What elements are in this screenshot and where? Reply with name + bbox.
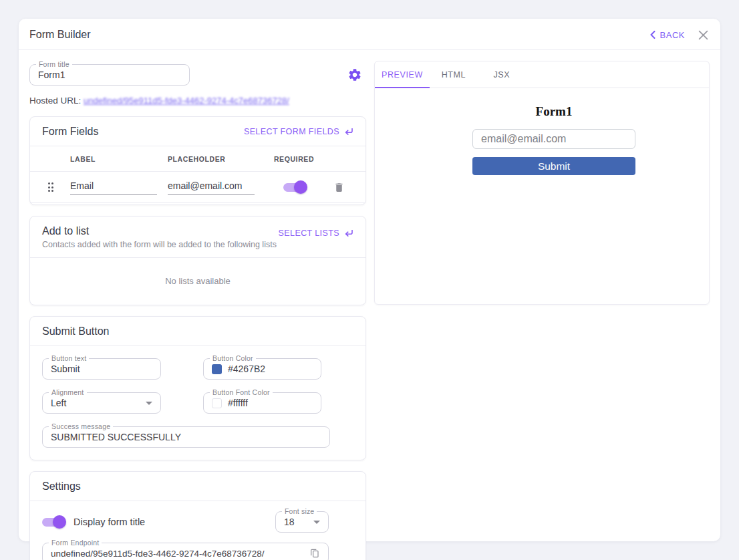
form-endpoint-field: Form Endpoint [42, 543, 329, 560]
gear-icon[interactable] [347, 67, 362, 82]
display-form-title-toggle[interactable] [42, 518, 63, 527]
tab-preview[interactable]: PREVIEW [375, 61, 430, 88]
form-fields-title: Form Fields [42, 126, 98, 138]
button-font-color-field[interactable]: Button Font Color #ffffff [203, 392, 321, 414]
close-icon[interactable] [698, 30, 708, 40]
back-button[interactable]: BACK [649, 30, 685, 40]
copy-icon[interactable] [309, 548, 320, 559]
preview-tabs: PREVIEW HTML JSX [375, 61, 709, 88]
button-color-value: #4267B2 [228, 364, 265, 374]
button-font-color-swatch [212, 398, 222, 408]
return-arrow-icon [344, 229, 353, 237]
chevron-left-icon [649, 31, 655, 39]
form-title-input[interactable] [38, 69, 181, 80]
add-to-list-title: Add to list [42, 225, 277, 237]
form-endpoint-input[interactable] [51, 549, 309, 559]
preview-submit-button[interactable]: Submit [472, 157, 635, 175]
settings-title: Settings [42, 480, 81, 493]
trash-icon[interactable] [333, 182, 353, 193]
field-label-input[interactable] [70, 179, 157, 195]
column-header-required: REQUIRED [265, 155, 323, 163]
success-message-label: Success message [49, 422, 113, 430]
form-title-field: Form title [29, 64, 190, 86]
preview-panel: PREVIEW HTML JSX Form1 Submit [374, 61, 710, 305]
button-text-label: Button text [49, 354, 89, 362]
success-message-input[interactable] [51, 432, 321, 442]
alignment-label: Alignment [49, 388, 87, 396]
divider [30, 202, 365, 204]
required-toggle[interactable] [283, 183, 305, 192]
select-form-fields-label: SELECT FORM FIELDS [244, 127, 339, 136]
column-header-placeholder: PLACEHOLDER [168, 155, 255, 163]
button-color-label: Button Color [210, 354, 256, 362]
button-font-color-value: #ffffff [228, 398, 248, 408]
page-title: Form Builder [29, 29, 91, 41]
preview-form-title: Form1 [472, 104, 635, 119]
alignment-value: Left [51, 398, 66, 408]
hosted-url-link[interactable]: undefined/95e911d5-fde3-4462-9274-4c7e68… [84, 96, 289, 106]
button-text-input[interactable] [51, 364, 152, 374]
preview-email-input[interactable] [472, 129, 635, 149]
settings-card: Settings Display form title Font size 18 [29, 471, 366, 560]
column-header-label: LABEL [70, 155, 157, 163]
drag-handle-icon[interactable] [48, 182, 54, 192]
button-color-swatch [212, 364, 222, 374]
form-fields-card: Form Fields SELECT FORM FIELDS LABEL PLA… [29, 116, 366, 205]
back-label: BACK [660, 30, 685, 40]
no-lists-message: No lists available [30, 258, 365, 305]
button-color-field[interactable]: Button Color #4267B2 [203, 358, 321, 380]
font-size-select[interactable]: Font size 18 [275, 511, 329, 533]
submit-button-card: Submit Button Button text Button Color #… [29, 316, 366, 460]
select-form-fields-button[interactable]: SELECT FORM FIELDS [244, 127, 353, 136]
hosted-url-row: Hosted URL: undefined/95e911d5-fde3-4462… [29, 96, 366, 106]
tab-html[interactable]: HTML [430, 61, 478, 88]
add-to-list-card: Add to list Contacts added with the form… [29, 216, 366, 305]
success-message-field: Success message [42, 426, 330, 448]
form-builder-window: Form Builder BACK Form title [19, 19, 720, 541]
preview-form: Form1 Submit [472, 104, 635, 175]
tab-jsx[interactable]: JSX [478, 61, 526, 88]
display-form-title-label: Display form title [73, 517, 145, 527]
caret-down-icon [146, 402, 152, 405]
field-placeholder-input[interactable] [168, 179, 255, 195]
hosted-url-label: Hosted URL: [29, 96, 81, 106]
font-size-value: 18 [284, 517, 295, 527]
form-field-row [30, 172, 365, 202]
caret-down-icon [313, 521, 320, 524]
submit-button-title: Submit Button [42, 325, 110, 337]
select-lists-button[interactable]: SELECT LISTS [279, 229, 353, 238]
form-title-label: Form title [36, 60, 72, 68]
button-font-color-label: Button Font Color [210, 388, 273, 396]
font-size-label: Font size [282, 507, 317, 515]
alignment-select[interactable]: Alignment Left [42, 392, 161, 414]
button-text-field: Button text [42, 358, 161, 380]
return-arrow-icon [344, 128, 353, 136]
add-to-list-subtitle: Contacts added with the form will be add… [42, 240, 277, 249]
app-header: Form Builder BACK [19, 19, 720, 49]
select-lists-label: SELECT LISTS [279, 229, 339, 238]
form-endpoint-label: Form Endpoint [49, 539, 102, 547]
